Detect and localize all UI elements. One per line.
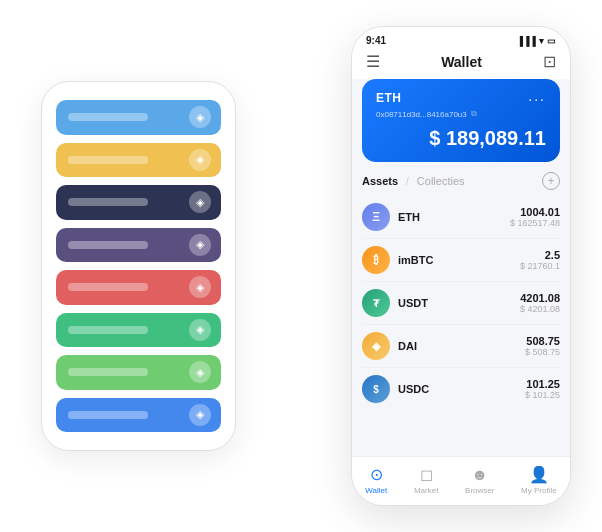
- browser-nav-icon: ☻: [471, 466, 488, 484]
- eth-amount-usd: $ 162517.48: [510, 218, 560, 228]
- card-line: [68, 368, 148, 376]
- list-item[interactable]: ◈: [56, 185, 221, 220]
- nav-wallet[interactable]: ⊙ Wallet: [365, 465, 387, 495]
- assets-header: Assets / Collecties +: [362, 172, 560, 196]
- eth-card-top: ETH ···: [376, 91, 546, 107]
- asset-list: Ξ ETH 1004.01 $ 162517.48 ₿ imBTC 2.5 $ …: [362, 196, 560, 405]
- card-line: [68, 156, 148, 164]
- card-line: [68, 411, 148, 419]
- card-line: [68, 241, 148, 249]
- table-row: ₮ USDT 4201.08 $ 4201.08: [362, 282, 560, 325]
- card-icon: ◈: [189, 106, 211, 128]
- asset-name-eth: ETH: [398, 211, 510, 223]
- background-phone: ◈ ◈ ◈ ◈ ◈ ◈ ◈ ◈: [41, 81, 236, 451]
- phone-header: ☰ Wallet ⊡: [352, 50, 570, 79]
- asset-name-imbtc: imBTC: [398, 254, 520, 266]
- list-item[interactable]: ◈: [56, 143, 221, 178]
- list-item[interactable]: ◈: [56, 100, 221, 135]
- status-icons: ▐▐▐ ▾ ▭: [517, 36, 556, 46]
- wifi-icon: ▾: [539, 36, 544, 46]
- scan-icon[interactable]: ⊡: [543, 52, 556, 71]
- table-row: ₿ imBTC 2.5 $ 21760.1: [362, 239, 560, 282]
- card-icon: ◈: [189, 276, 211, 298]
- copy-icon[interactable]: ⧉: [471, 109, 477, 119]
- list-item[interactable]: ◈: [56, 270, 221, 305]
- asset-amount-usdt: 4201.08 $ 4201.08: [520, 292, 560, 314]
- signal-icon: ▐▐▐: [517, 36, 536, 46]
- eth-address: 0x08711d3d...8416a70u3 ⧉: [376, 109, 546, 119]
- market-nav-icon: ◻: [420, 465, 433, 484]
- wallet-nav-icon: ⊙: [370, 465, 383, 484]
- card-icon: ◈: [189, 361, 211, 383]
- tab-assets[interactable]: Assets: [362, 175, 398, 187]
- time-display: 9:41: [366, 35, 386, 46]
- assets-tabs: Assets / Collecties: [362, 175, 465, 187]
- table-row: Ξ ETH 1004.01 $ 162517.48: [362, 196, 560, 239]
- list-item[interactable]: ◈: [56, 355, 221, 390]
- imbtc-amount-usd: $ 21760.1: [520, 261, 560, 271]
- nav-profile[interactable]: 👤 My Profile: [521, 465, 557, 495]
- usdc-amount-main: 101.25: [525, 378, 560, 390]
- usdt-amount-main: 4201.08: [520, 292, 560, 304]
- eth-wallet-card[interactable]: ETH ··· 0x08711d3d...8416a70u3 ⧉ $ 189,0…: [362, 79, 560, 162]
- menu-icon[interactable]: ☰: [366, 52, 380, 71]
- profile-nav-label: My Profile: [521, 486, 557, 495]
- scene: ◈ ◈ ◈ ◈ ◈ ◈ ◈ ◈: [21, 16, 581, 516]
- nav-browser[interactable]: ☻ Browser: [465, 466, 494, 495]
- add-asset-button[interactable]: +: [542, 172, 560, 190]
- card-icon: ◈: [189, 149, 211, 171]
- card-line: [68, 283, 148, 291]
- card-icon: ◈: [189, 319, 211, 341]
- usdt-amount-usd: $ 4201.08: [520, 304, 560, 314]
- card-line: [68, 198, 148, 206]
- asset-amount-eth: 1004.01 $ 162517.48: [510, 206, 560, 228]
- asset-name-usdc: USDC: [398, 383, 525, 395]
- eth-logo: Ξ: [362, 203, 390, 231]
- profile-nav-icon: 👤: [529, 465, 549, 484]
- list-item[interactable]: ◈: [56, 398, 221, 433]
- eth-token-label: ETH: [376, 91, 402, 105]
- card-icon: ◈: [189, 191, 211, 213]
- phone-content: ETH ··· 0x08711d3d...8416a70u3 ⧉ $ 189,0…: [352, 79, 570, 405]
- imbtc-logo: ₿: [362, 246, 390, 274]
- imbtc-amount-main: 2.5: [520, 249, 560, 261]
- dai-logo: ◈: [362, 332, 390, 360]
- balance-amount: $ 189,089.11: [429, 127, 546, 149]
- dai-amount-usd: $ 508.75: [525, 347, 560, 357]
- card-icon: ◈: [189, 404, 211, 426]
- status-bar: 9:41 ▐▐▐ ▾ ▭: [352, 27, 570, 50]
- table-row: $ USDC 101.25 $ 101.25: [362, 368, 560, 405]
- list-item[interactable]: ◈: [56, 313, 221, 348]
- nav-market[interactable]: ◻ Market: [414, 465, 438, 495]
- dai-amount-main: 508.75: [525, 335, 560, 347]
- card-icon: ◈: [189, 234, 211, 256]
- eth-amount-main: 1004.01: [510, 206, 560, 218]
- bottom-nav: ⊙ Wallet ◻ Market ☻ Browser 👤 My Profile: [352, 456, 570, 505]
- asset-name-usdt: USDT: [398, 297, 520, 309]
- address-text: 0x08711d3d...8416a70u3: [376, 110, 467, 119]
- battery-icon: ▭: [547, 36, 556, 46]
- foreground-phone: 9:41 ▐▐▐ ▾ ▭ ☰ Wallet ⊡ ETH ··· 0x08711d: [351, 26, 571, 506]
- tab-divider: /: [406, 176, 409, 187]
- market-nav-label: Market: [414, 486, 438, 495]
- usdc-amount-usd: $ 101.25: [525, 390, 560, 400]
- tab-collecties[interactable]: Collecties: [417, 175, 465, 187]
- asset-amount-usdc: 101.25 $ 101.25: [525, 378, 560, 400]
- usdc-logo: $: [362, 375, 390, 403]
- asset-name-dai: DAI: [398, 340, 525, 352]
- usdt-logo: ₮: [362, 289, 390, 317]
- table-row: ◈ DAI 508.75 $ 508.75: [362, 325, 560, 368]
- card-line: [68, 113, 148, 121]
- asset-amount-imbtc: 2.5 $ 21760.1: [520, 249, 560, 271]
- card-line: [68, 326, 148, 334]
- eth-balance: $ 189,089.11: [376, 127, 546, 150]
- more-options-icon[interactable]: ···: [528, 91, 546, 107]
- wallet-nav-label: Wallet: [365, 486, 387, 495]
- page-title: Wallet: [441, 54, 482, 70]
- asset-amount-dai: 508.75 $ 508.75: [525, 335, 560, 357]
- list-item[interactable]: ◈: [56, 228, 221, 263]
- browser-nav-label: Browser: [465, 486, 494, 495]
